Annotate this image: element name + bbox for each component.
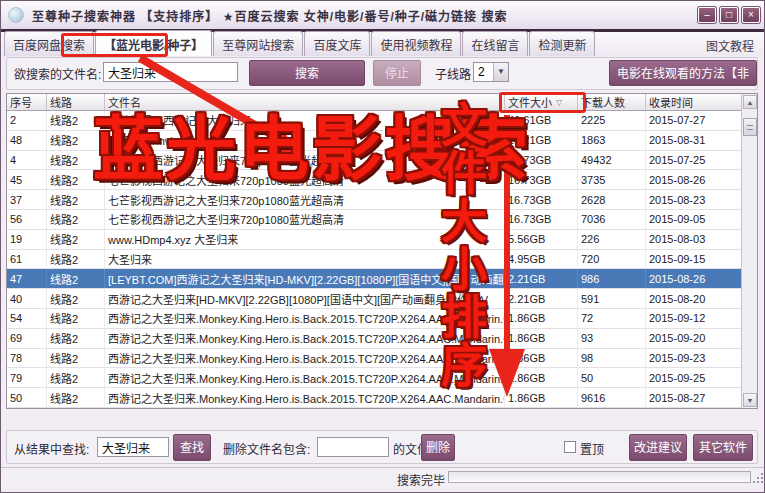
header-name[interactable]: 文件名 <box>105 94 505 110</box>
table-row[interactable]: 78线路2西游记之大圣归来.Monkey.King.Hero.is.Back.2… <box>7 349 743 369</box>
cell-id: 37 <box>7 190 47 209</box>
table-row[interactable]: 47线路2[LEYBT.COM]西游记之大圣归来[HD-MKV][2.22GB]… <box>7 269 743 289</box>
scroll-up-icon[interactable]: ▲ <box>743 95 757 109</box>
cell-size: 5.56GB <box>505 230 578 249</box>
cell-date: 2015-09-20 <box>646 329 743 348</box>
chevron-down-icon[interactable]: ▼ <box>493 63 508 81</box>
search-label: 欲搜索的文件名: <box>14 65 101 82</box>
cell-dl: 72 <box>578 309 646 328</box>
cell-date: 2015-09-05 <box>646 210 743 229</box>
cell-name: www.HDmp4.xyz 大圣归来 <box>105 230 505 249</box>
table-row[interactable]: 79线路2西游记之大圣归来.Monkey.King.Hero.is.Back.2… <box>7 368 743 388</box>
cell-line: 线路2 <box>47 131 105 150</box>
table-row[interactable]: 69线路2西游记之大圣归来.Monkey.King.Hero.is.Back.2… <box>7 329 743 349</box>
header-size[interactable]: 文件大小▽ <box>505 94 578 110</box>
cell-id: 79 <box>7 368 47 387</box>
cell-size: 1.86GB <box>505 329 578 348</box>
close-button[interactable]: × <box>742 7 760 23</box>
cell-dl: 50 <box>578 368 646 387</box>
subline-label: 子线路 <box>435 65 471 82</box>
resize-grip[interactable] <box>754 474 763 483</box>
suggest-button[interactable]: 改进建议 <box>629 434 687 461</box>
search-input[interactable] <box>103 62 238 82</box>
results-table: 序号线路文件名文件大小▽下载人数收录时间 2线路2七芒影视：西游记之大圣归来46… <box>6 93 758 409</box>
table-row[interactable]: 48线路2大圣归来rmvb18.21GB18632015-08-31 <box>7 131 743 151</box>
help-link[interactable]: 图文教程 <box>706 37 754 54</box>
cell-dl: 9616 <box>578 388 646 407</box>
cell-dl: 226 <box>578 230 646 249</box>
cell-date: 2015-07-27 <box>646 111 743 130</box>
tab-3[interactable]: 百度文库 <box>304 31 370 56</box>
cell-date: 2015-08-20 <box>646 289 743 308</box>
table-row[interactable]: 2线路2七芒影视：西游记之大圣归来46.61GB22252015-07-27 <box>7 111 743 131</box>
tab-0[interactable]: 百度网盘搜索 <box>4 31 94 56</box>
cell-name: 西游记之大圣归来[HD-MKV][2.22GB][1080P][国语中文][国产… <box>105 289 505 308</box>
table-header: 序号线路文件名文件大小▽下载人数收录时间 <box>7 94 743 111</box>
cell-line: 线路2 <box>47 210 105 229</box>
cell-id: 61 <box>7 250 47 269</box>
cell-size: 1.86GB <box>505 388 578 407</box>
table-row[interactable]: 37线路2七芒影视西游记之大圣归来720p1080蓝光超高清16.73GB262… <box>7 190 743 210</box>
status-text: 搜索完毕 <box>397 471 445 488</box>
find-input[interactable] <box>97 437 169 457</box>
stop-button[interactable]: 停止 <box>373 60 421 86</box>
table-row[interactable]: 50线路2西游记之大圣归来.Monkey.King.Hero.is.Back.2… <box>7 388 743 408</box>
delete-button[interactable]: 删除 <box>421 434 455 461</box>
topmost-checkbox[interactable] <box>564 441 576 453</box>
maximize-button[interactable]: □ <box>720 7 738 23</box>
table-row[interactable]: 19线路2www.HDmp4.xyz 大圣归来5.56GB2262015-08-… <box>7 230 743 250</box>
scroll-down-icon[interactable]: ▼ <box>743 393 757 407</box>
cell-line: 线路2 <box>47 111 105 130</box>
cell-line: 线路2 <box>47 349 105 368</box>
table-row[interactable]: 40线路2西游记之大圣归来[HD-MKV][2.22GB][1080P][国语中… <box>7 289 743 309</box>
cell-id: 45 <box>7 170 47 189</box>
subline-dropdown[interactable]: 2 ▼ <box>473 62 509 82</box>
cell-name: 西游记之大圣归来.Monkey.King.Hero.is.Back.2015.T… <box>105 349 505 368</box>
cell-line: 线路2 <box>47 230 105 249</box>
vertical-scrollbar[interactable]: ▲ ▼ <box>741 94 757 408</box>
cell-name: 七芒影视：西游记之大圣归来 <box>105 111 505 130</box>
cell-date: 2015-09-15 <box>646 250 743 269</box>
table-row[interactable]: 61线路2大圣归来4.95GB7202015-09-15 <box>7 250 743 270</box>
find-label: 从结果中查找: <box>14 440 89 457</box>
cell-name: 七芒影视西游记之大圣归来720p1080蓝光超高清 <box>105 190 505 209</box>
cell-size: 2.21GB <box>505 289 578 308</box>
delete-input[interactable] <box>317 437 389 457</box>
find-button[interactable]: 查找 <box>173 434 211 461</box>
tab-6[interactable]: 检测更新 <box>529 31 595 56</box>
cell-id: 40 <box>7 289 47 308</box>
other-software-button[interactable]: 其它软件 <box>693 434 753 461</box>
cell-id: 4 <box>7 151 47 170</box>
header-line[interactable]: 线路 <box>47 94 105 110</box>
tab-1[interactable]: 【蓝光电影/种子】 <box>95 30 212 56</box>
header-id[interactable]: 序号 <box>7 94 47 110</box>
cell-date: 2015-09-23 <box>646 349 743 368</box>
cell-id: 78 <box>7 349 47 368</box>
cell-date: 2015-07-25 <box>646 151 743 170</box>
cell-size: 46.61GB <box>505 111 578 130</box>
cell-id: 50 <box>7 388 47 407</box>
title-bar: 至尊种子搜索神器 【支持排序】 ★百度云搜索 女神/电影/番号/种子/磁力链接 … <box>1 1 765 29</box>
cell-size: 1.86GB <box>505 349 578 368</box>
header-date[interactable]: 收录时间 <box>646 94 743 110</box>
cell-name: 七芒影视西游记之大圣归来720p1080蓝光超高清 <box>105 151 505 170</box>
header-dl[interactable]: 下载人数 <box>578 94 646 110</box>
tab-5[interactable]: 在线留言 <box>462 31 528 56</box>
minimize-button[interactable]: – <box>698 7 716 23</box>
cell-size: 18.21GB <box>505 131 578 150</box>
table-row[interactable]: 54线路2西游记之大圣归来.Monkey.King.Hero.is.Back.2… <box>7 309 743 329</box>
cell-date: 2015-08-27 <box>646 388 743 407</box>
cell-name: 大圣归来 <box>105 250 505 269</box>
cell-dl: 591 <box>578 289 646 308</box>
scroll-thumb[interactable] <box>743 118 757 136</box>
app-icon <box>8 7 24 23</box>
cell-name: 大圣归来rmvb <box>105 131 505 150</box>
search-button[interactable]: 搜索 <box>249 60 365 86</box>
table-row[interactable]: 56线路2七芒影视西游记之大圣归来720p1080蓝光超高清16.73GB703… <box>7 210 743 230</box>
watch-online-button[interactable]: 电影在线观看的方法【非AV】 <box>609 60 757 86</box>
tab-4[interactable]: 使用视频教程 <box>371 31 461 56</box>
table-row[interactable]: 4线路2七芒影视西游记之大圣归来720p1080蓝光超高清16.73GB4943… <box>7 151 743 171</box>
table-row[interactable]: 45线路2七芒影视西游记之大圣归来720p1080蓝光超高清16.73GB373… <box>7 170 743 190</box>
cell-date: 2015-08-26 <box>646 269 743 288</box>
tab-2[interactable]: 至尊网站搜索 <box>213 31 303 56</box>
